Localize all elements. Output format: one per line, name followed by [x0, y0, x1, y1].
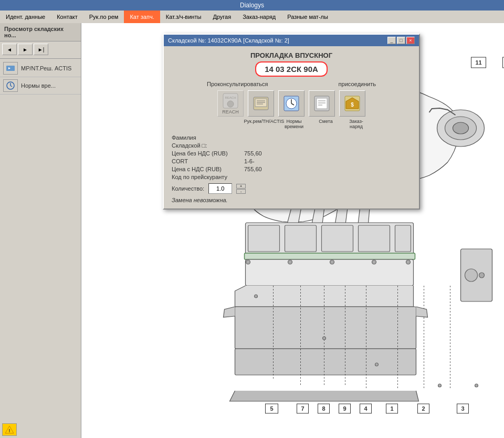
price-vat-row: Цена с НДС (RUB) 755,60 — [172, 166, 411, 172]
svg-point-37 — [255, 295, 258, 298]
replacement-note: Замена невозможна. — [172, 197, 411, 203]
sidebar-nav-end[interactable]: ►| — [34, 44, 48, 55]
svg-point-21 — [246, 260, 250, 264]
svg-point-35 — [465, 269, 478, 281]
sidebar-item-mrnt-label: МР/NT.Реш. ACTIS — [21, 65, 71, 71]
order-icon-btn[interactable]: $ — [339, 90, 365, 117]
dialog-title-bar: Складской №: 14032СК90А [Складской №: 2]… — [164, 35, 419, 46]
quantity-input[interactable] — [208, 183, 232, 194]
family-label: Фамилия — [172, 134, 240, 141]
sidebar-bottom: ! — [0, 421, 81, 438]
svg-rect-75 — [317, 98, 327, 109]
svg-text:2: 2 — [422, 405, 425, 412]
dialog-controls: _ □ × — [387, 37, 415, 44]
svg-text:11: 11 — [475, 59, 481, 66]
reach-icon-btn[interactable]: REACH REACH — [217, 90, 244, 117]
dialog-content: ПРОКЛАДКА ВПУСКНОГ 14 03 2СК 90А Проконс… — [164, 46, 419, 208]
svg-text:9: 9 — [343, 405, 346, 412]
svg-point-41 — [475, 384, 478, 387]
svg-point-22 — [288, 260, 292, 264]
sidebar-header: Просмотр складских но... — [0, 23, 81, 41]
price-code-label: Код по прейскуранту — [172, 174, 240, 180]
order-text-label: Заказ-наряд — [343, 119, 370, 129]
dialog-title-text: Складской №: 14032СК90А [Складской №: 2] — [168, 37, 289, 44]
app-title: Dialogys — [240, 2, 264, 9]
menu-ident[interactable]: Идент. данные — [0, 11, 51, 23]
part-name-section: ПРОКЛАДКА ВПУСКНОГ 14 03 2СК 90А — [172, 51, 411, 77]
svg-rect-13 — [395, 225, 411, 252]
warehouse-label: Складской □: — [172, 142, 240, 149]
cort-row: CORT 1-6- — [172, 158, 411, 164]
svg-point-23 — [330, 260, 334, 264]
svg-text:7: 7 — [301, 405, 304, 412]
norms-icon-btn[interactable] — [278, 90, 304, 117]
svg-rect-9 — [248, 225, 280, 252]
svg-text:3: 3 — [461, 405, 464, 412]
dialog-maximize-btn[interactable]: □ — [397, 37, 405, 44]
norms-text-label: Нормы времени — [280, 119, 309, 129]
dialog-close-btn[interactable]: × — [406, 37, 415, 44]
qty-minus-btn[interactable]: - — [236, 189, 246, 194]
price-novat-value: 755,60 — [244, 150, 262, 157]
family-row: Фамилия — [172, 134, 411, 141]
svg-rect-10 — [285, 225, 317, 252]
sidebar-divider-1 — [0, 58, 81, 59]
svg-point-64 — [227, 101, 234, 107]
estimate-text-label: Смета — [313, 119, 339, 129]
sidebar-item-mrnt[interactable]: МР/NT.Реш. ACTIS — [0, 60, 81, 77]
svg-point-20 — [453, 122, 469, 134]
menu-cat-bolts[interactable]: Кат.з/ч-винты — [160, 11, 207, 23]
price-novat-label: Цена без НДС (RUB) — [172, 150, 240, 157]
part-name-title: ПРОКЛАДКА ВПУСКНОГ — [172, 51, 411, 59]
sidebar-warning-btn[interactable]: ! — [2, 423, 17, 436]
title-bar: Dialogys — [0, 0, 504, 11]
svg-point-24 — [372, 260, 376, 264]
menu-other[interactable]: Другая — [207, 11, 237, 23]
menu-bar: Идент. данные Контакт Рук.по рем Кат зап… — [0, 11, 504, 23]
svg-text:4: 4 — [364, 405, 368, 412]
section-headers: Проконсультироваться присоединить — [172, 81, 411, 87]
sidebar-nav-next[interactable]: ► — [18, 44, 33, 55]
svg-point-40 — [438, 384, 442, 387]
menu-repair[interactable]: Рук.по рем — [83, 11, 124, 23]
svg-point-39 — [375, 363, 379, 366]
icons-row: REACH REACH — [172, 90, 411, 117]
cort-value: 1-6- — [244, 158, 255, 164]
dialog-minimize-btn[interactable]: _ — [387, 37, 396, 44]
price-novat-row: Цена без НДС (RUB) 755,60 — [172, 150, 411, 157]
cort-label: CORT — [172, 158, 240, 164]
part-number-box: 14 03 2СК 90А — [255, 61, 328, 77]
sidebar-nav-buttons: ◄ ► ►| — [0, 41, 81, 57]
menu-cat-parts[interactable]: Кат запч. — [124, 11, 160, 23]
svg-text:1: 1 — [390, 405, 393, 412]
svg-text:$: $ — [351, 102, 354, 108]
sidebar-item-norms[interactable]: Нормы вре... — [0, 77, 81, 95]
estimate-icon-btn[interactable] — [309, 90, 335, 117]
main-area: Просмотр складских но... ◄ ► ►| МР/NT.Ре… — [0, 23, 504, 438]
menu-contact[interactable]: Контакт — [51, 11, 83, 23]
svg-rect-15 — [246, 259, 414, 286]
connect-header: присоединить — [339, 81, 376, 87]
qty-plus-btn[interactable]: + — [236, 184, 246, 189]
modal-dialog: Складской №: 14032СК90А [Складской №: 2]… — [163, 34, 420, 210]
svg-text:8: 8 — [322, 405, 325, 412]
mrnt-icon — [3, 62, 18, 75]
sidebar: Просмотр складских но... ◄ ► ►| МР/NT.Ре… — [0, 23, 81, 438]
svg-point-38 — [323, 337, 326, 340]
menu-materials[interactable]: Разные мат-лы — [281, 11, 334, 23]
svg-rect-12 — [359, 225, 390, 252]
repair-tn-icon-btn[interactable] — [248, 90, 274, 117]
svg-rect-16 — [235, 307, 416, 349]
repair-tn-text-label: Рук.рем/TH/ACTIS — [244, 119, 276, 129]
svg-text:REACH: REACH — [225, 96, 236, 99]
svg-rect-14 — [245, 253, 415, 259]
svg-line-4 — [10, 86, 12, 87]
svg-text:5: 5 — [270, 405, 273, 412]
menu-order[interactable]: Заказ-наряд — [237, 11, 281, 23]
svg-rect-17 — [235, 349, 416, 375]
svg-rect-11 — [322, 225, 353, 252]
reach-text-label — [214, 119, 240, 129]
norms-icon — [3, 79, 18, 92]
svg-point-25 — [406, 260, 411, 264]
sidebar-nav-prev[interactable]: ◄ — [2, 44, 17, 55]
